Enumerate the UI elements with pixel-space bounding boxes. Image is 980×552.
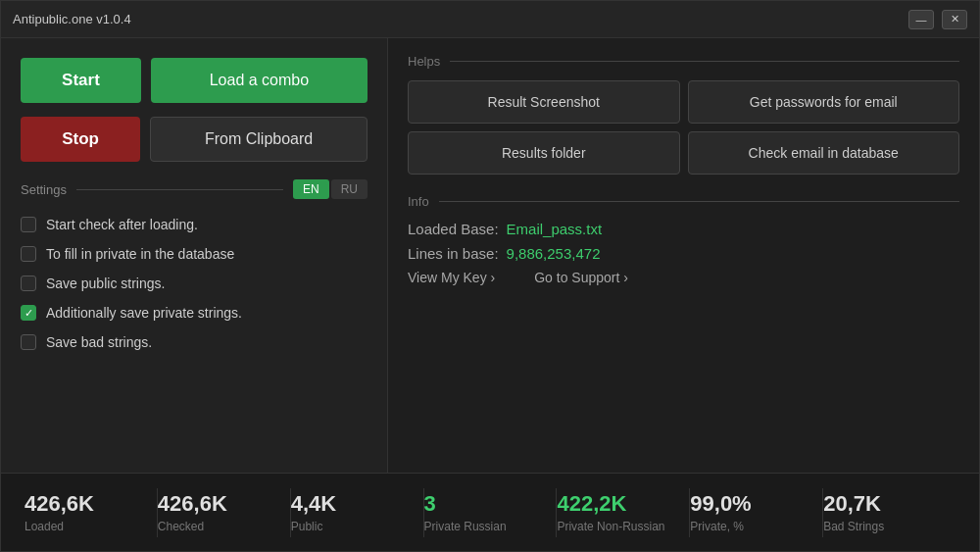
stat-label-6: Bad Strings <box>823 520 884 533</box>
stat-value-0: 426,6K <box>24 491 94 517</box>
checkbox-box-0[interactable] <box>21 217 36 232</box>
left-panel: Start Load a combo Stop From Clipboard S… <box>1 38 388 473</box>
helps-header: Helps <box>408 54 959 69</box>
stat-value-5: 99,0% <box>690 491 751 517</box>
status-bar: 426,6KLoaded426,6KChecked4,4KPublic3Priv… <box>1 473 979 551</box>
stat-item-4: 422,2KPrivate Non-Russian <box>557 491 689 532</box>
check-email-button[interactable]: Check email in database <box>688 131 960 175</box>
settings-label: Settings <box>21 182 67 197</box>
checkbox-label-0: Start check after loading. <box>46 217 198 232</box>
loaded-base-label: Loaded Base: <box>408 221 499 237</box>
info-title: Info <box>408 194 429 209</box>
load-combo-button[interactable]: Load a combo <box>151 58 368 103</box>
lines-base-row: Lines in base: 9,886,253,472 <box>408 245 959 262</box>
checkbox-item-1[interactable]: To fill in private in the database <box>21 246 368 262</box>
app-title: Antipublic.one v1.0.4 <box>13 12 131 26</box>
helps-title: Helps <box>408 54 440 69</box>
from-clipboard-button[interactable]: From Clipboard <box>150 117 368 162</box>
results-folder-button[interactable]: Results folder <box>408 131 680 175</box>
stat-item-3: 3Private Russian <box>424 491 557 532</box>
stat-value-6: 20,7K <box>823 491 881 517</box>
stat-label-0: Loaded <box>24 520 64 533</box>
lines-value: 9,886,253,472 <box>507 245 601 262</box>
stat-value-3: 3 <box>424 491 436 517</box>
stat-label-1: Checked <box>158 520 204 533</box>
window-controls: — ✕ <box>908 10 967 29</box>
stat-item-0: 426,6KLoaded <box>24 491 157 532</box>
settings-divider <box>76 189 283 190</box>
secondary-buttons-row: Stop From Clipboard <box>21 117 368 162</box>
stat-item-6: 20,7KBad Strings <box>823 491 956 532</box>
right-panel: Helps Result Screenshot Get passwords fo… <box>388 38 979 473</box>
start-button[interactable]: Start <box>21 58 141 103</box>
checkbox-label-2: Save public strings. <box>46 276 165 291</box>
stat-item-2: 4,4KPublic <box>291 491 423 532</box>
stat-label-3: Private Russian <box>424 520 507 533</box>
helps-divider <box>450 61 959 62</box>
helps-section: Helps Result Screenshot Get passwords fo… <box>408 54 959 175</box>
helps-buttons-grid: Result Screenshot Get passwords for emai… <box>408 80 959 175</box>
loaded-base-row: Loaded Base: Email_pass.txt <box>408 221 959 237</box>
lines-label: Lines in base: <box>408 245 499 262</box>
info-header: Info <box>408 194 959 209</box>
checkbox-item-0[interactable]: Start check after loading. <box>21 217 368 232</box>
result-screenshot-button[interactable]: Result Screenshot <box>408 80 680 124</box>
title-bar: Antipublic.one v1.0.4 — ✕ <box>1 1 979 38</box>
checkbox-box-1[interactable] <box>21 246 36 262</box>
checkbox-item-3[interactable]: Additionally save private strings. <box>21 305 368 321</box>
main-content: Start Load a combo Stop From Clipboard S… <box>1 38 979 473</box>
checkbox-box-2[interactable] <box>21 276 36 291</box>
stat-label-5: Private, % <box>690 520 744 533</box>
checkbox-box-3[interactable] <box>21 305 36 321</box>
stat-value-4: 422,2K <box>557 491 626 517</box>
get-passwords-button[interactable]: Get passwords for email <box>688 80 960 124</box>
stop-button[interactable]: Stop <box>21 117 140 162</box>
go-to-support-link[interactable]: Go to Support › <box>534 270 628 285</box>
stat-item-1: 426,6KChecked <box>158 491 290 532</box>
stat-value-1: 426,6K <box>158 491 227 517</box>
stat-label-2: Public <box>291 520 323 533</box>
lang-en-button[interactable]: EN <box>293 179 329 199</box>
checkbox-box-4[interactable] <box>21 334 36 350</box>
loaded-base-value: Email_pass.txt <box>507 221 603 237</box>
checkbox-item-4[interactable]: Save bad strings. <box>21 334 368 350</box>
language-toggle: EN RU <box>293 179 368 199</box>
stat-label-4: Private Non-Russian <box>557 520 664 533</box>
settings-row: Settings EN RU <box>21 179 368 199</box>
links-row: View My Key › Go to Support › <box>408 270 959 285</box>
checkbox-label-1: To fill in private in the database <box>46 246 234 262</box>
primary-buttons-row: Start Load a combo <box>21 58 368 103</box>
lang-ru-button[interactable]: RU <box>331 179 368 199</box>
checkboxes-group: Start check after loading.To fill in pri… <box>21 217 368 350</box>
info-section: Info Loaded Base: Email_pass.txt Lines i… <box>408 194 959 285</box>
close-button[interactable]: ✕ <box>942 10 967 29</box>
app-window: Antipublic.one v1.0.4 — ✕ Start Load a c… <box>0 0 980 552</box>
minimize-button[interactable]: — <box>908 10 934 29</box>
stat-value-2: 4,4K <box>291 491 336 517</box>
checkbox-label-4: Save bad strings. <box>46 334 152 350</box>
view-key-link[interactable]: View My Key › <box>408 270 495 285</box>
stat-item-5: 99,0%Private, % <box>690 491 822 532</box>
checkbox-label-3: Additionally save private strings. <box>46 305 242 321</box>
checkbox-item-2[interactable]: Save public strings. <box>21 276 368 291</box>
info-divider <box>439 201 959 202</box>
